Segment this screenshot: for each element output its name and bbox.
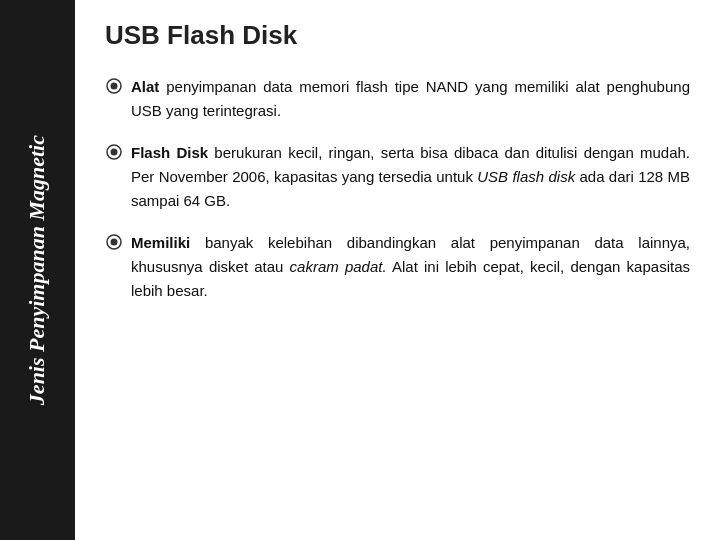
- sidebar: Jenis Penyimpanan Magnetic: [0, 0, 75, 540]
- bullet-icon-3: [105, 233, 123, 251]
- bullet-text-2: Flash Disk berukuran kecil, ringan, sert…: [131, 141, 690, 213]
- svg-point-1: [111, 83, 118, 90]
- bullet-item-1: Alat penyimpanan data memori flash tipe …: [105, 75, 690, 123]
- bullet-item-3: Memiliki banyak kelebihan dibandingkan a…: [105, 231, 690, 303]
- bullet-icon-2: [105, 143, 123, 161]
- svg-point-3: [111, 149, 118, 156]
- bullet-italic-2: USB flash disk: [477, 168, 575, 185]
- bullet-label-1: Alat: [131, 78, 159, 95]
- main-content: USB Flash Disk Alat penyimpanan data mem…: [75, 0, 720, 540]
- bullet-body-1: penyimpanan data memori flash tipe NAND …: [131, 78, 690, 119]
- bullet-label-2: Flash Disk: [131, 144, 208, 161]
- page-title: USB Flash Disk: [105, 20, 690, 51]
- bullet-icon-1: [105, 77, 123, 95]
- bullet-item-2: Flash Disk berukuran kecil, ringan, sert…: [105, 141, 690, 213]
- sidebar-label: Jenis Penyimpanan Magnetic: [24, 135, 50, 405]
- bullet-text-3: Memiliki banyak kelebihan dibandingkan a…: [131, 231, 690, 303]
- bullet-label-3: Memiliki: [131, 234, 190, 251]
- bullet-italic-3: cakram padat.: [290, 258, 387, 275]
- svg-point-5: [111, 239, 118, 246]
- bullet-text-1: Alat penyimpanan data memori flash tipe …: [131, 75, 690, 123]
